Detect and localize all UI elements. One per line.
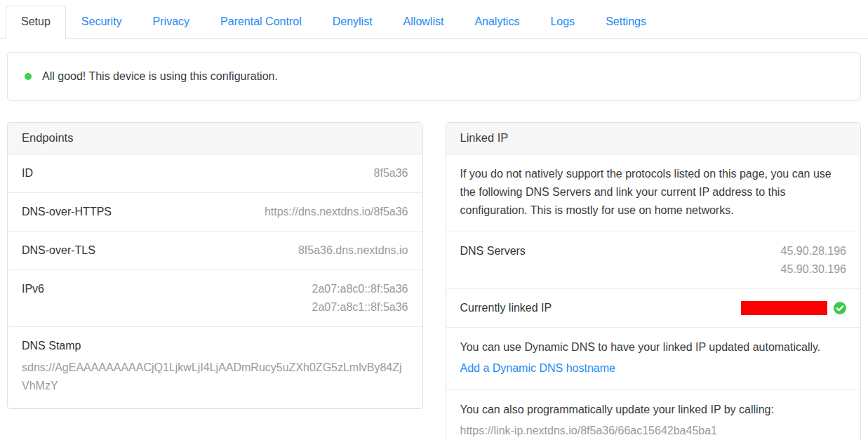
endpoint-row-dns-stamp: DNS Stamp sdns://AgEAAAAAAAAACjQ1LjkwLjI… [8, 327, 422, 408]
tab-analytics[interactable]: Analytics [459, 6, 535, 39]
linked-ip-panel: Linked IP If you do not natively support… [446, 122, 862, 440]
currently-linked-ip-row: Currently linked IP [446, 289, 861, 328]
endpoint-label: DNS Stamp [22, 337, 408, 355]
endpoint-row-dot: DNS-over-TLS 8f5a36.dns.nextdns.io [8, 232, 422, 270]
dns-servers-row: DNS Servers 45.90.28.196 45.90.30.196 [446, 232, 861, 289]
dns-servers-values: 45.90.28.196 45.90.30.196 [781, 242, 846, 279]
endpoint-row-id: ID 8f5a36 [8, 154, 422, 193]
tab-logs[interactable]: Logs [535, 6, 590, 39]
linked-ip-redaction-box [741, 301, 827, 315]
tab-allowlist[interactable]: Allowlist [388, 6, 460, 39]
linked-ip-panel-title: Linked IP [446, 123, 861, 154]
endpoint-value: 2a07:a8c0::8f:5a36 2a07:a8c1::8f:5a36 [312, 280, 408, 316]
endpoint-row-doh: DNS-over-HTTPS https://dns.nextdns.io/8f… [8, 193, 422, 232]
status-ok-dot-icon [25, 73, 32, 80]
endpoint-label: DNS-over-TLS [22, 241, 95, 260]
ipv6-address-1: 2a07:a8c0::8f:5a36 [312, 280, 408, 298]
currently-linked-ip-label: Currently linked IP [460, 299, 552, 317]
programmatic-update-text: You can also programmatically update you… [460, 401, 847, 419]
ipv6-address-2: 2a07:a8c1::8f:5a36 [312, 298, 408, 316]
dns-server-1: 45.90.28.196 [781, 242, 846, 260]
dynamic-dns-text: You can use Dynamic DNS to have your lin… [460, 338, 847, 356]
programmatic-update-url: https://link-ip.nextdns.io/8f5a36/66ac15… [460, 422, 847, 440]
add-dynamic-dns-hostname-link[interactable]: Add a Dynamic DNS hostname [460, 359, 615, 378]
endpoint-label: IPv6 [22, 280, 44, 298]
tab-bar: Setup Security Privacy Parental Control … [0, 0, 868, 39]
endpoint-value: https://dns.nextdns.io/8f5a36 [265, 203, 408, 221]
tab-privacy[interactable]: Privacy [138, 6, 205, 39]
endpoint-row-ipv6: IPv6 2a07:a8c0::8f:5a36 2a07:a8c1::8f:5a… [8, 270, 422, 327]
dns-server-2: 45.90.30.196 [781, 260, 846, 279]
endpoint-label: DNS-over-HTTPS [22, 203, 112, 221]
check-circle-icon [834, 302, 846, 314]
tab-security[interactable]: Security [66, 6, 138, 39]
endpoints-panel-title: Endpoints [8, 123, 422, 154]
dns-stamp-value: sdns://AgEAAAAAAAAACjQ1LjkwLjI4LjAADmRuc… [22, 359, 408, 395]
tab-denylist[interactable]: Denylist [317, 6, 388, 39]
dns-servers-label: DNS Servers [460, 242, 526, 260]
tab-parental-control[interactable]: Parental Control [205, 6, 317, 39]
endpoint-value: 8f5a36 [374, 164, 408, 182]
content-columns: Endpoints ID 8f5a36 DNS-over-HTTPS https… [7, 122, 861, 440]
tab-settings[interactable]: Settings [590, 6, 662, 39]
endpoint-value: 8f5a36.dns.nextdns.io [298, 241, 408, 260]
endpoint-label: ID [22, 164, 33, 182]
dynamic-dns-section: You can use Dynamic DNS to have your lin… [446, 328, 861, 390]
status-banner-text: All good! This device is using this conf… [42, 70, 278, 83]
tab-setup[interactable]: Setup [6, 6, 66, 39]
programmatic-update-section: You can also programmatically update you… [446, 390, 861, 440]
currently-linked-ip-value [741, 301, 846, 315]
linked-ip-description: If you do not natively support the proto… [446, 154, 861, 232]
status-banner: All good! This device is using this conf… [7, 52, 861, 101]
nextdns-setup-page: Setup Security Privacy Parental Control … [0, 0, 868, 440]
endpoints-panel: Endpoints ID 8f5a36 DNS-over-HTTPS https… [7, 122, 423, 409]
